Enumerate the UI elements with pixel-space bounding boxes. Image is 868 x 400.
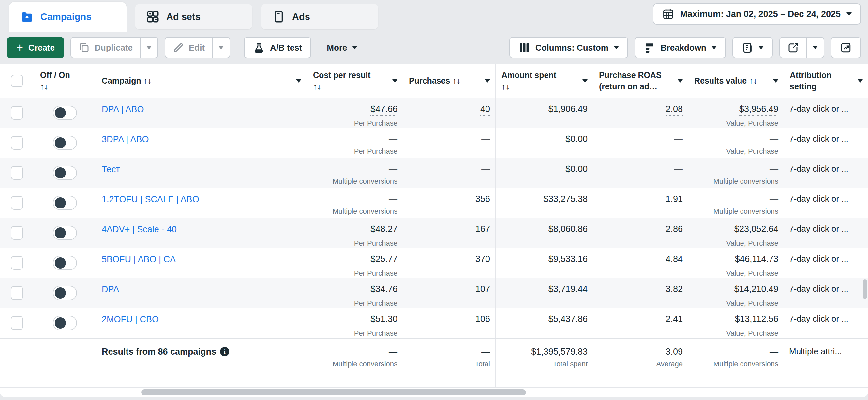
column-header-results-value[interactable]: Results value ↑↓ (688, 64, 784, 97)
export-dropdown-button[interactable] (806, 37, 824, 58)
actions-toolbar: + Create Duplicate Edit (0, 32, 868, 64)
campaign-off-on-toggle[interactable] (53, 106, 77, 120)
purchase-roas-value[interactable]: 2.08 (665, 104, 683, 116)
purchase-roas-value[interactable]: 2.41 (665, 314, 683, 326)
results-value[interactable]: — (770, 164, 778, 174)
cost-per-result-value[interactable]: $25.77 (370, 254, 398, 266)
results-value[interactable]: $13,112.56 (735, 314, 778, 326)
duplicate-dropdown-button[interactable] (140, 37, 157, 58)
tab-ads[interactable]: Ads (261, 4, 378, 29)
horizontal-scrollbar-track[interactable] (0, 387, 868, 397)
row-checkbox[interactable] (11, 166, 23, 180)
ab-test-button[interactable]: A/B test (244, 37, 311, 58)
column-header-amount-spent[interactable]: Amount spent ↑↓ (496, 64, 593, 97)
column-header-purchase-roas[interactable]: Purchase ROAS (return on ad… (593, 64, 688, 97)
campaign-name-link[interactable]: 4ADV+ | Scale - 40 (102, 225, 177, 234)
purchases-value[interactable]: — (481, 134, 490, 144)
cost-per-result-value[interactable]: $48.27 (370, 224, 398, 236)
vertical-scrollbar-thumb[interactable] (863, 279, 867, 299)
campaign-off-on-toggle[interactable] (53, 286, 77, 300)
cost-per-result-value[interactable]: $51.30 (370, 314, 398, 326)
campaign-name-link[interactable]: DPA | ABO (102, 105, 144, 114)
chevron-down-icon[interactable] (582, 79, 588, 83)
results-value[interactable]: $23,052.64 (734, 224, 778, 236)
purchases-value[interactable]: 370 (475, 254, 490, 266)
cost-per-result-value[interactable]: — (389, 164, 398, 174)
chevron-down-icon[interactable] (296, 79, 301, 83)
cost-per-result-value[interactable]: $34.76 (370, 284, 398, 296)
column-header-attribution[interactable]: Attribution setting (784, 64, 868, 97)
row-checkbox[interactable] (11, 226, 23, 240)
campaign-name-link[interactable]: Тест (102, 165, 120, 174)
campaign-name-link[interactable]: 2MOFU | CBO (102, 315, 159, 324)
purchase-roas-value[interactable]: — (674, 134, 683, 144)
campaign-name-link[interactable]: 1.2TOFU | SCALE | ABO (102, 195, 199, 204)
column-header-purchases[interactable]: Purchases ↑↓ (403, 64, 496, 97)
campaign-off-on-toggle[interactable] (53, 226, 77, 240)
purchase-roas-value[interactable]: — (674, 164, 683, 174)
column-header-off-on[interactable]: Off / On ↑↓ (34, 64, 96, 97)
export-button[interactable] (780, 37, 806, 58)
row-checkbox[interactable] (11, 136, 23, 150)
results-value[interactable]: $14,210.49 (734, 284, 778, 296)
row-checkbox[interactable] (11, 316, 23, 330)
purchases-value[interactable]: 40 (480, 104, 490, 116)
toggle-knob (55, 137, 66, 148)
duplicate-icon (78, 42, 90, 54)
edit-button[interactable]: Edit (165, 37, 212, 58)
cost-per-result-value[interactable]: — (389, 194, 398, 204)
columns-button[interactable]: Columns: Custom (509, 37, 628, 58)
row-checkbox[interactable] (11, 286, 23, 300)
cost-per-result-caption: Per Purchase (310, 269, 398, 278)
amount-spent-value: $5,437.86 (549, 314, 588, 324)
charts-button[interactable] (831, 37, 861, 58)
campaign-name-link[interactable]: 5BOFU | ABO | CA (102, 255, 176, 264)
campaign-off-on-toggle[interactable] (53, 166, 77, 180)
chevron-down-icon[interactable] (485, 79, 490, 83)
results-value[interactable]: — (770, 134, 778, 144)
cost-per-result-value[interactable]: $47.66 (370, 104, 398, 116)
select-all-checkbox[interactable] (11, 75, 23, 87)
campaign-name-link[interactable]: 3DPA | ABO (102, 135, 149, 144)
column-header-campaign[interactable]: Campaign ↑↓ (96, 64, 307, 97)
tab-adsets[interactable]: Ad sets (135, 4, 252, 29)
purchase-roas-value[interactable]: 3.82 (665, 284, 683, 296)
duplicate-button[interactable]: Duplicate (71, 37, 140, 58)
campaign-off-on-toggle[interactable] (53, 316, 77, 330)
purchases-value[interactable]: 107 (475, 284, 490, 296)
purchases-value[interactable]: — (481, 164, 490, 174)
breakdown-label: Breakdown (661, 43, 706, 53)
column-header-cost-per-result[interactable]: Cost per result ↑↓ (307, 64, 403, 97)
chevron-down-icon[interactable] (773, 79, 778, 83)
more-button[interactable]: More (318, 37, 367, 58)
row-checkbox[interactable] (11, 106, 23, 120)
chevron-down-icon[interactable] (392, 79, 398, 83)
purchases-value[interactable]: 106 (475, 314, 490, 326)
purchase-roas-value[interactable]: 4.84 (665, 254, 683, 266)
create-button[interactable]: + Create (7, 37, 64, 58)
horizontal-scrollbar-thumb[interactable] (141, 389, 526, 395)
results-value[interactable]: $46,114.73 (735, 254, 778, 266)
toggle-knob (55, 167, 66, 178)
date-range-button[interactable]: Maximum: Jan 02, 2025 – Dec 24, 2025 (653, 3, 861, 25)
row-checkbox[interactable] (11, 196, 23, 210)
cost-per-result-value[interactable]: — (389, 134, 398, 144)
campaign-off-on-toggle[interactable] (53, 196, 77, 210)
purchases-value[interactable]: 167 (475, 224, 490, 236)
campaign-off-on-toggle[interactable] (53, 256, 77, 270)
campaign-off-on-toggle[interactable] (53, 136, 77, 150)
results-value[interactable]: $3,956.49 (739, 104, 778, 116)
purchases-value[interactable]: 356 (475, 194, 490, 206)
chevron-down-icon[interactable] (858, 79, 863, 83)
edit-dropdown-button[interactable] (212, 37, 229, 58)
results-value[interactable]: — (770, 194, 778, 204)
row-checkbox[interactable] (11, 256, 23, 270)
tab-campaigns[interactable]: Campaigns (9, 2, 126, 32)
breakdown-button[interactable]: Breakdown (634, 37, 726, 58)
purchase-roas-value[interactable]: 2.86 (665, 224, 683, 236)
info-icon[interactable]: i (220, 347, 229, 356)
purchase-roas-value[interactable]: 1.91 (665, 194, 683, 206)
reports-button[interactable] (732, 37, 773, 58)
campaign-name-link[interactable]: DPA (102, 285, 119, 294)
chevron-down-icon[interactable] (678, 79, 683, 83)
